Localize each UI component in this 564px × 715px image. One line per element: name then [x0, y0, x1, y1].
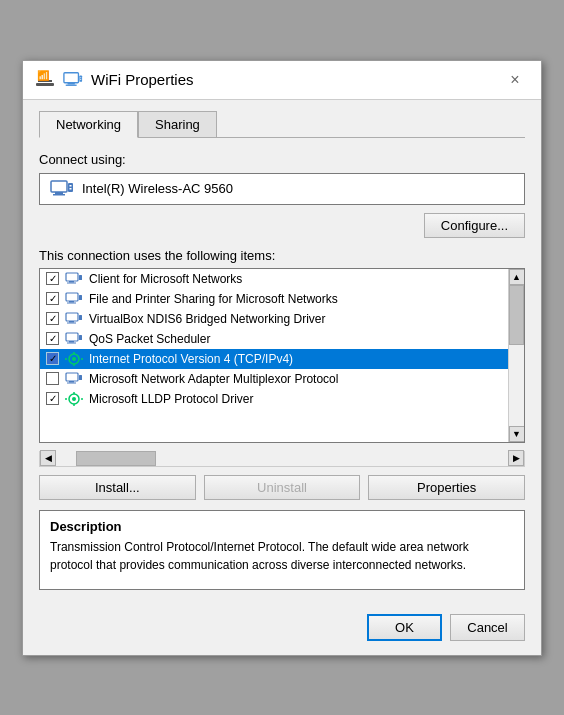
scroll-horiz-thumb[interactable]: [76, 451, 156, 466]
svg-rect-28: [79, 315, 82, 320]
checkbox-1[interactable]: [46, 292, 59, 305]
adapter-name: Intel(R) Wireless-AC 9560: [82, 181, 233, 196]
svg-rect-16: [70, 188, 72, 190]
ok-button[interactable]: OK: [367, 614, 442, 641]
item-text-3: QoS Packet Scheduler: [89, 332, 210, 346]
svg-rect-32: [79, 335, 82, 340]
item-text-4: Internet Protocol Version 4 (TCP/IPv4): [89, 352, 293, 366]
properties-button[interactable]: Properties: [368, 475, 525, 500]
list-item[interactable]: File and Printer Sharing for Microsoft N…: [40, 289, 508, 309]
svg-rect-18: [69, 281, 74, 283]
items-section-label: This connection uses the following items…: [39, 248, 525, 263]
list-item[interactable]: VirtualBox NDIS6 Bridged Networking Driv…: [40, 309, 508, 329]
configure-button[interactable]: Configure...: [424, 213, 525, 238]
list-item[interactable]: Client for Microsoft Networks: [40, 269, 508, 289]
item-text-6: Microsoft LLDP Protocol Driver: [89, 392, 254, 406]
list-item[interactable]: Microsoft LLDP Protocol Driver: [40, 389, 508, 409]
tabs: Networking Sharing: [39, 110, 525, 138]
svg-rect-13: [53, 194, 65, 196]
svg-rect-9: [80, 77, 81, 78]
svg-rect-22: [69, 301, 74, 303]
items-list: Client for Microsoft Networks File and P…: [40, 269, 508, 442]
svg-rect-40: [69, 381, 74, 383]
svg-text:📶: 📶: [37, 70, 50, 82]
svg-point-34: [72, 357, 76, 361]
svg-rect-30: [69, 341, 74, 343]
svg-rect-41: [67, 382, 76, 383]
svg-rect-8: [79, 75, 82, 81]
item-icon-3: [65, 332, 83, 346]
svg-rect-7: [66, 84, 77, 85]
tab-content-area: Networking Sharing Connect using: Intel(…: [23, 100, 541, 604]
checkbox-2[interactable]: [46, 312, 59, 325]
items-list-container: Client for Microsoft Networks File and P…: [39, 268, 525, 443]
item-text-0: Client for Microsoft Networks: [89, 272, 242, 286]
scroll-horiz-track: [56, 451, 508, 466]
svg-rect-1: [36, 83, 54, 86]
item-icon-1: [65, 292, 83, 306]
scroll-right-button[interactable]: ▶: [508, 450, 524, 466]
scroll-down-button[interactable]: ▼: [509, 426, 525, 442]
title-bar-left: 📶 WiFi Properties: [35, 70, 194, 90]
item-icon-2: [65, 312, 83, 326]
svg-rect-39: [66, 373, 78, 381]
adapter-icon: [50, 180, 74, 198]
svg-rect-11: [51, 181, 67, 192]
checkbox-0[interactable]: [46, 272, 59, 285]
svg-rect-5: [64, 72, 79, 82]
close-button[interactable]: ×: [501, 69, 529, 91]
item-icon-5: [65, 372, 83, 386]
scroll-thumb-area: [509, 285, 524, 426]
svg-rect-24: [79, 295, 82, 300]
description-text: Transmission Control Protocol/Internet P…: [50, 538, 514, 574]
item-icon-0: [65, 272, 83, 286]
item-text-1: File and Printer Sharing for Microsoft N…: [89, 292, 338, 306]
checkbox-6[interactable]: [46, 392, 59, 405]
action-buttons: Install... Uninstall Properties: [39, 475, 525, 500]
svg-rect-27: [67, 322, 76, 323]
vertical-scrollbar[interactable]: ▲ ▼: [508, 269, 524, 442]
svg-rect-26: [69, 321, 74, 323]
list-item[interactable]: QoS Packet Scheduler: [40, 329, 508, 349]
window-title: WiFi Properties: [91, 71, 194, 88]
configure-btn-container: Configure...: [39, 213, 525, 238]
title-bar: 📶 WiFi Properties ×: [23, 61, 541, 100]
svg-rect-42: [79, 375, 82, 380]
item-icon-6: [65, 392, 83, 406]
scroll-left-button[interactable]: ◀: [40, 450, 56, 466]
svg-rect-19: [67, 282, 76, 283]
svg-rect-25: [66, 313, 78, 321]
svg-rect-10: [80, 79, 81, 80]
wifi-icon: 📶: [35, 70, 55, 90]
svg-point-44: [72, 397, 76, 401]
item-text-5: Microsoft Network Adapter Multiplexor Pr…: [89, 372, 338, 386]
svg-rect-12: [55, 192, 63, 194]
description-box: Description Transmission Control Protoco…: [39, 510, 525, 590]
adapter-icon-title: [63, 70, 83, 90]
checkbox-3[interactable]: [46, 332, 59, 345]
uninstall-button[interactable]: Uninstall: [204, 475, 361, 500]
wifi-properties-dialog: 📶 WiFi Properties × Networking Sharing C…: [22, 60, 542, 656]
svg-rect-21: [66, 293, 78, 301]
list-item[interactable]: Microsoft Network Adapter Multiplexor Pr…: [40, 369, 508, 389]
cancel-button[interactable]: Cancel: [450, 614, 525, 641]
svg-rect-15: [70, 185, 72, 187]
checkbox-4[interactable]: [46, 352, 59, 365]
scroll-up-button[interactable]: ▲: [509, 269, 525, 285]
svg-rect-23: [67, 302, 76, 303]
horizontal-scrollbar[interactable]: ◀ ▶: [39, 451, 525, 467]
checkbox-5[interactable]: [46, 372, 59, 385]
adapter-box: Intel(R) Wireless-AC 9560: [39, 173, 525, 205]
svg-rect-31: [67, 342, 76, 343]
bottom-buttons: OK Cancel: [23, 604, 541, 655]
connect-using-label: Connect using:: [39, 152, 525, 167]
svg-rect-17: [66, 273, 78, 281]
svg-rect-29: [66, 333, 78, 341]
tab-networking[interactable]: Networking: [39, 111, 138, 138]
install-button[interactable]: Install...: [39, 475, 196, 500]
scroll-thumb[interactable]: [509, 285, 524, 345]
item-text-2: VirtualBox NDIS6 Bridged Networking Driv…: [89, 312, 326, 326]
list-item-selected[interactable]: Internet Protocol Version 4 (TCP/IPv4): [40, 349, 508, 369]
tab-sharing[interactable]: Sharing: [138, 111, 217, 138]
svg-rect-20: [79, 275, 82, 280]
